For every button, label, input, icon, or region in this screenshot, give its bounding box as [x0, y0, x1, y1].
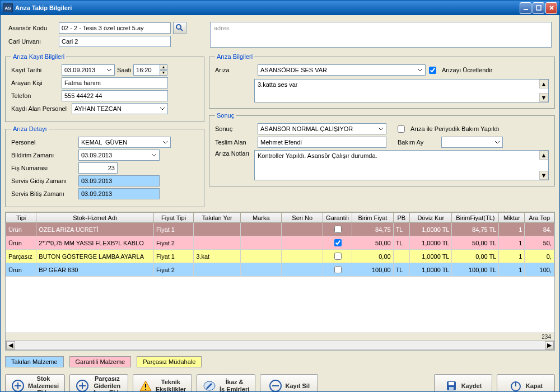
telefon-input[interactable]: [62, 90, 168, 101]
svg-line-3: [180, 29, 183, 31]
kapat-label: Kapat: [526, 382, 543, 390]
col-header[interactable]: Takılan Yer: [194, 213, 241, 223]
sonuc-combo[interactable]: [258, 123, 386, 134]
items-grid[interactable]: TipiStok-Hizmet AdıFiyat TipiTakılan Yer…: [5, 212, 555, 351]
ariza-detay-group: Arıza Detayı Personel Bildirim Zamanı Fi…: [5, 125, 204, 207]
kapat-button[interactable]: Kapat: [497, 374, 555, 391]
col-header[interactable]: Döviz Kur: [409, 213, 451, 223]
scroll-left-icon[interactable]: ◀: [6, 341, 15, 349]
fis-input[interactable]: [78, 162, 118, 174]
teknik-button[interactable]: TeknikEksiklikler: [133, 374, 192, 391]
adres-textarea[interactable]: adres: [210, 22, 552, 48]
garantili-checkbox[interactable]: [334, 266, 342, 273]
svg-rect-0: [524, 9, 528, 10]
ariza-bilgileri-legend: Arıza Bilgileri: [215, 53, 254, 60]
detay-personel-input[interactable]: [78, 137, 171, 148]
sil-label: Kayıt Sil: [286, 382, 310, 390]
col-header[interactable]: Seri No: [282, 213, 323, 223]
kaydet-button[interactable]: Kaydet: [434, 374, 492, 391]
bildirim-input[interactable]: [78, 150, 160, 161]
arayan-label: Arayan Kişi: [11, 80, 62, 86]
close-button[interactable]: [545, 2, 557, 14]
svg-rect-10: [449, 387, 454, 390]
notlar-label: Arıza Notları: [215, 150, 254, 180]
col-header[interactable]: Birim Fiyat: [352, 213, 393, 223]
saati-input[interactable]: [133, 64, 160, 76]
ariza-combo[interactable]: [258, 64, 426, 76]
col-header[interactable]: Ara Top: [525, 213, 554, 223]
ariza-bilgileri-group: Arıza Bilgileri Arıza Arızayı Ücretlendi…: [209, 53, 555, 109]
col-header[interactable]: BirimFiyat(TL): [452, 213, 499, 223]
table-row[interactable]: Ürün2*7*0,75 MM YASSI FLEXB?L KABLOFiyat…: [6, 236, 554, 250]
h-scrollbar[interactable]: ◀ ▶: [6, 340, 554, 350]
teslim-label: Teslim Alan: [215, 139, 254, 146]
scroll-down-icon[interactable]: ▼: [539, 171, 548, 180]
col-header[interactable]: Tipi: [6, 213, 36, 223]
kayit-tarihi-label: Kayıt Tarihi: [11, 67, 62, 73]
arayan-input[interactable]: [62, 77, 168, 88]
col-header[interactable]: Fiyat Tipi: [153, 213, 193, 223]
pen-icon: [203, 379, 216, 391]
ikaz-label: İkaz &İş Emirleri: [220, 379, 249, 391]
col-header[interactable]: Garantili: [323, 213, 352, 223]
detay-personel-label: Personel: [11, 139, 78, 146]
lookup-button[interactable]: [173, 22, 186, 34]
kayit-tarihi-input[interactable]: [62, 64, 115, 76]
asansor-kodu-input[interactable]: [59, 22, 171, 34]
save-icon: [445, 379, 458, 391]
garantili-checkbox[interactable]: [334, 226, 342, 233]
teslim-input[interactable]: [258, 137, 386, 148]
scroll-up-icon[interactable]: ▲: [539, 151, 548, 160]
legend-parcasiz: Parçasız Müdahale: [137, 356, 202, 367]
spin-up[interactable]: ▲: [160, 64, 167, 70]
kayit-personel-input[interactable]: [72, 103, 168, 114]
cari-unvan-input[interactable]: [59, 36, 171, 47]
bakim-label: Arıza ile Periyodik Bakım Yapıldı: [410, 125, 500, 132]
warning-icon: [139, 379, 152, 391]
notlar-textarea[interactable]: Kontroller Yapıldı. Asansör Çalışır duru…: [254, 150, 549, 180]
sonuc-label: Sonuç: [215, 125, 254, 132]
cari-unvan-label: Cari Unvanı: [8, 38, 59, 45]
kaydet-label: Kaydet: [461, 382, 482, 390]
garantili-checkbox[interactable]: [334, 239, 342, 246]
table-row[interactable]: ParçasızBUTON GÖSTERGE LAMBA AYARLAFiyat…: [6, 250, 554, 263]
bitis-label: Servis Bitiş Zamanı: [11, 190, 78, 197]
svg-rect-1: [536, 6, 541, 10]
bitis-input[interactable]: [78, 188, 160, 199]
stok-ekle-button[interactable]: StokMalzemesiEkle: [5, 374, 65, 391]
col-header[interactable]: Miktar: [499, 213, 525, 223]
ucretlendir-checkbox[interactable]: [429, 67, 436, 74]
garantili-checkbox[interactable]: [334, 253, 342, 260]
parcasiz-ekle-label: ParçasızGiderilenArıza Ekle: [92, 375, 122, 391]
scroll-right-icon[interactable]: ▶: [545, 341, 554, 349]
window-title: Arıza Takip Bilgileri: [15, 4, 520, 11]
table-row[interactable]: ÜrünBP GEAR 630Fiyat 2100,00TL1,0000 TL1…: [6, 263, 554, 277]
table-row[interactable]: ÜrünÖZEL ARIZA ÜCRETİFiyat 184,75TL1,000…: [6, 223, 554, 236]
sonuc-legend: Sonuç: [215, 112, 236, 119]
spin-down[interactable]: ▼: [160, 70, 167, 76]
grid-total: 234: [6, 333, 554, 340]
asansor-kodu-label: Asansör Kodu: [8, 25, 59, 31]
parcasiz-ekle-button[interactable]: ParçasızGiderilenArıza Ekle: [69, 374, 128, 391]
minimize-button[interactable]: [520, 2, 531, 14]
sil-button[interactable]: Kayıt Sil: [260, 374, 318, 391]
col-header[interactable]: Stok-Hizmet Adı: [36, 213, 154, 223]
ariza-detay-legend: Arıza Detayı: [11, 125, 49, 132]
bakimay-label: Bakım Ay: [398, 139, 438, 146]
bakim-checkbox[interactable]: [398, 125, 405, 133]
kayit-personel-label: Kaydı Alan Personel: [11, 105, 72, 112]
notlar-text: Kontroller Yapıldı. Asansör Çalışır duru…: [258, 152, 377, 159]
col-header[interactable]: PB: [393, 213, 409, 223]
col-header[interactable]: Marka: [241, 213, 282, 223]
scroll-down-icon[interactable]: ▼: [539, 93, 548, 102]
ariza-label: Arıza: [215, 67, 254, 73]
gidis-input[interactable]: [78, 175, 160, 186]
minus-icon: [269, 379, 282, 391]
maximize-button[interactable]: [533, 2, 544, 14]
fis-label: Fiş Numarası: [11, 165, 78, 171]
bakimay-combo[interactable]: [441, 137, 503, 148]
ariza-not-textarea[interactable]: 3.katta ses var ▲ ▼: [254, 79, 549, 102]
scroll-up-icon[interactable]: ▲: [539, 80, 548, 88]
stok-ekle-label: StokMalzemesiEkle: [28, 375, 59, 391]
ikaz-button[interactable]: İkaz &İş Emirleri: [197, 374, 255, 391]
